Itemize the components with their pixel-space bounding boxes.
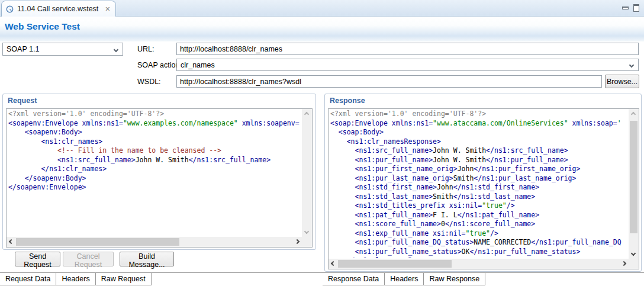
scroll-left-icon[interactable] [9, 239, 14, 244]
response-xml[interactable]: <?xml version='1.0' encoding='UTF-8'?><s… [330, 110, 628, 258]
response-group: Response <?xml version='1.0' encoding='U… [324, 94, 642, 272]
scroll-down-icon[interactable] [304, 229, 309, 234]
editor-tab-title: 11.04 Call service.wstest [17, 5, 98, 13]
minimize-icon[interactable] [622, 7, 629, 9]
request-tab-folder: Request DataHeadersRaw Request [0, 273, 152, 285]
tab-request-raw-request[interactable]: Raw Request [96, 273, 152, 285]
scroll-up-icon[interactable] [631, 112, 636, 117]
request-horizontal-scrollbar[interactable] [7, 237, 302, 247]
tab-response-response-data[interactable]: Response Data [323, 273, 385, 285]
page-title: Web Service Test [5, 21, 80, 32]
editor-tab-wstest[interactable]: 11.04 Call service.wstest ✕ [1, 1, 116, 17]
send-request-button[interactable]: Send Request [15, 252, 60, 266]
url-input[interactable] [176, 43, 639, 55]
soap-action-label: SOAP action: [137, 61, 182, 69]
scroll-right-icon[interactable] [622, 261, 626, 266]
scrollbar-thumb[interactable] [16, 238, 179, 246]
response-editor[interactable]: <?xml version='1.0' encoding='UTF-8'?><s… [328, 108, 639, 269]
url-label: URL: [137, 45, 154, 53]
tab-request-headers[interactable]: Headers [56, 273, 95, 285]
maximize-icon[interactable] [633, 4, 639, 12]
form-header: Web Service Test [0, 17, 644, 41]
wstest-file-icon [5, 5, 14, 14]
scroll-down-icon[interactable] [631, 251, 636, 256]
tab-response-headers[interactable]: Headers [385, 273, 424, 285]
chevron-down-icon [114, 47, 118, 52]
scrollbar-thumb[interactable] [630, 121, 637, 233]
tab-response-raw-response[interactable]: Raw Response [424, 273, 485, 285]
editor-tab-bar: 11.04 Call service.wstest ✕ [0, 0, 644, 17]
bottom-tab-bar: Request DataHeadersRaw Request Response … [0, 272, 644, 286]
response-tab-folder: Response DataHeadersRaw Response [323, 273, 485, 285]
close-icon[interactable]: ✕ [105, 5, 110, 13]
tab-request-request-data[interactable]: Request Data [0, 273, 56, 285]
browse-button[interactable]: Browse... [605, 75, 639, 88]
soap-action-value: clr_names [181, 61, 215, 69]
scroll-up-icon[interactable] [304, 112, 309, 117]
response-vertical-scrollbar[interactable] [629, 109, 639, 259]
cancel-request-button: Cancel Request [63, 252, 114, 266]
chevron-down-icon [629, 63, 634, 68]
soap-version-value: SOAP 1.1 [7, 45, 39, 53]
request-xml[interactable]: <?xml version='1.0' encoding='UTF-8'?><s… [8, 110, 301, 236]
response-horizontal-scrollbar[interactable] [329, 259, 629, 269]
request-editor[interactable]: <?xml version='1.0' encoding='UTF-8'?><s… [6, 108, 313, 248]
response-group-title: Response [330, 97, 365, 105]
scrollbar-thumb[interactable] [338, 260, 452, 268]
scroll-right-icon[interactable] [295, 239, 300, 244]
soap-action-select[interactable]: clr_names [176, 59, 639, 71]
request-group: Request <?xml version='1.0' encoding='UT… [2, 94, 316, 250]
request-group-title: Request [8, 97, 37, 105]
wsdl-input[interactable] [176, 75, 602, 88]
build-message-button[interactable]: Build Message... [120, 252, 174, 266]
request-vertical-scrollbar[interactable] [302, 109, 312, 237]
scroll-left-icon[interactable] [331, 261, 336, 266]
wsdl-label: WSDL: [137, 78, 161, 86]
soap-version-select[interactable]: SOAP 1.1 [2, 43, 123, 56]
